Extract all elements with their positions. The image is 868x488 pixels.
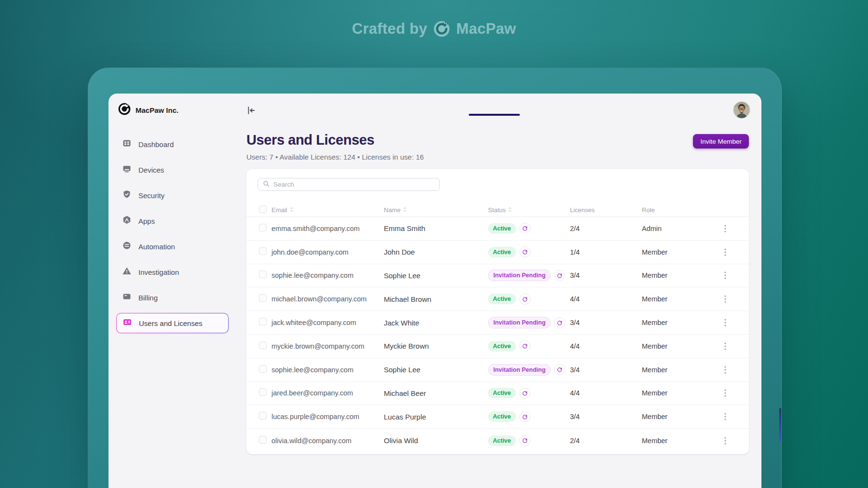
row-checkbox[interactable] xyxy=(259,436,267,444)
status-badge: Active xyxy=(488,223,516,234)
cell-role: Member xyxy=(642,413,716,420)
watermark-text: Crafted by xyxy=(352,20,427,38)
status-badge: Invitation Pending xyxy=(488,270,551,281)
cell-email: jared.beer@company.com xyxy=(271,389,384,397)
cell-role: Admin xyxy=(642,225,716,232)
cell-licenses: 1/4 xyxy=(570,248,642,256)
sidebar-nav: Dashboard Devices Security Apps Automati… xyxy=(116,134,229,333)
search-box xyxy=(258,178,440,191)
resend-invite-button[interactable] xyxy=(519,246,530,258)
row-menu-button[interactable] xyxy=(719,340,732,352)
select-all-checkbox[interactable] xyxy=(259,205,267,213)
column-header-name[interactable]: Name xyxy=(384,206,488,214)
apps-icon xyxy=(122,215,132,227)
row-checkbox[interactable] xyxy=(259,271,267,278)
sidebar-item-devices[interactable]: Devices xyxy=(116,160,229,180)
devices-icon xyxy=(122,164,132,176)
sidebar-item-security[interactable]: Security xyxy=(116,185,229,205)
row-menu-button[interactable] xyxy=(719,410,732,423)
resend-invite-button[interactable] xyxy=(519,223,530,234)
table-row: myckie.brown@company.com Myckie Brown Ac… xyxy=(246,335,749,358)
billing-icon xyxy=(122,292,132,303)
sort-icon xyxy=(403,206,407,214)
sort-icon xyxy=(508,206,512,214)
cell-email: sophie.lee@company.com xyxy=(271,271,384,279)
row-menu-button[interactable] xyxy=(719,246,732,258)
cell-role: Member xyxy=(642,271,716,279)
resend-invite-button[interactable] xyxy=(519,435,530,446)
cell-role: Member xyxy=(642,319,716,326)
cell-licenses: 3/4 xyxy=(570,413,642,420)
resend-invite-button[interactable] xyxy=(519,411,530,422)
column-header-email[interactable]: Email xyxy=(271,206,384,214)
status-badge: Invitation Pending xyxy=(488,317,551,328)
cell-name: Michael Beer xyxy=(384,389,488,397)
sidebar-collapse-button[interactable] xyxy=(247,106,256,115)
cell-licenses: 4/4 xyxy=(570,295,642,303)
table-row: olivia.wild@company.com Olivia Wild Acti… xyxy=(246,429,749,452)
row-checkbox[interactable] xyxy=(259,341,267,349)
resend-invite-button[interactable] xyxy=(554,364,565,375)
row-menu-button[interactable] xyxy=(719,293,732,305)
page-stats: Users: 7 • Available Licenses: 124 • Lic… xyxy=(246,153,424,161)
row-menu-button[interactable] xyxy=(719,316,732,329)
sidebar-item-users-and-licenses[interactable]: Users and Licenses xyxy=(116,313,229,333)
investigation-icon xyxy=(122,266,132,278)
app-panel: MacPaw Inc. Dashboard Devices Security A… xyxy=(108,94,761,488)
app-window: MacPaw Inc. Dashboard Devices Security A… xyxy=(88,68,782,488)
decorative-accent-line xyxy=(779,408,781,442)
row-checkbox[interactable] xyxy=(259,318,267,325)
org-name: MacPaw Inc. xyxy=(136,106,178,114)
resend-invite-button[interactable] xyxy=(519,388,530,399)
row-menu-button[interactable] xyxy=(719,269,732,282)
row-checkbox[interactable] xyxy=(259,247,267,255)
row-checkbox[interactable] xyxy=(259,388,267,396)
table-row: jared.beer@company.com Michael Beer Acti… xyxy=(246,382,749,406)
sidebar-item-label: Users and Licenses xyxy=(139,319,203,327)
sidebar-item-billing[interactable]: Billing xyxy=(116,287,229,308)
cell-name: Michael Brown xyxy=(384,295,488,303)
cell-name: Lucas Purple xyxy=(384,413,488,421)
automation-icon xyxy=(122,241,132,252)
cell-role: Member xyxy=(642,295,716,303)
column-header-status[interactable]: Status xyxy=(488,206,570,214)
row-menu-button[interactable] xyxy=(719,364,732,376)
sidebar-item-apps[interactable]: Apps xyxy=(116,211,229,231)
resend-invite-button[interactable] xyxy=(554,270,565,281)
status-badge: Active xyxy=(488,435,516,446)
resend-invite-button[interactable] xyxy=(554,317,565,328)
cell-licenses: 3/4 xyxy=(570,271,642,279)
sidebar-item-investigation[interactable]: Investigation xyxy=(116,262,229,282)
row-menu-button[interactable] xyxy=(719,387,732,399)
column-header-role: Role xyxy=(642,206,716,214)
user-avatar[interactable] xyxy=(733,102,750,118)
decorative-dark-line xyxy=(469,114,520,116)
cell-email: john.doe@company.com xyxy=(271,248,384,256)
table-row: michael.brown@company.com Michael Brown … xyxy=(246,287,749,311)
cell-role: Member xyxy=(642,342,716,350)
cell-name: Emma Smith xyxy=(384,224,488,232)
sidebar-item-label: Automation xyxy=(138,243,175,251)
resend-invite-button[interactable] xyxy=(519,294,530,305)
cell-name: Olivia Wild xyxy=(384,436,488,445)
row-menu-button[interactable] xyxy=(719,434,732,447)
search-input[interactable] xyxy=(273,181,434,188)
users-table-card: EmailNameStatusLicensesRole emma.smith@c… xyxy=(246,169,749,454)
cell-licenses: 4/4 xyxy=(570,389,642,397)
resend-invite-button[interactable] xyxy=(519,340,530,352)
table-header: EmailNameStatusLicensesRole xyxy=(246,203,749,217)
row-checkbox[interactable] xyxy=(259,224,267,231)
row-checkbox[interactable] xyxy=(259,294,267,302)
sidebar-item-label: Apps xyxy=(138,217,155,225)
row-checkbox[interactable] xyxy=(259,365,267,373)
sort-icon xyxy=(290,206,293,214)
cell-email: lucas.purple@company.com xyxy=(271,413,384,420)
sidebar-item-dashboard[interactable]: Dashboard xyxy=(116,134,229,154)
invite-member-button[interactable]: Invite Member xyxy=(693,134,749,149)
row-menu-button[interactable] xyxy=(719,222,732,235)
status-badge: Invitation Pending xyxy=(488,364,551,376)
cell-name: Sophie Lee xyxy=(384,366,488,374)
macpaw-logo-icon xyxy=(434,21,450,37)
sidebar-item-automation[interactable]: Automation xyxy=(116,236,229,257)
row-checkbox[interactable] xyxy=(259,412,267,420)
